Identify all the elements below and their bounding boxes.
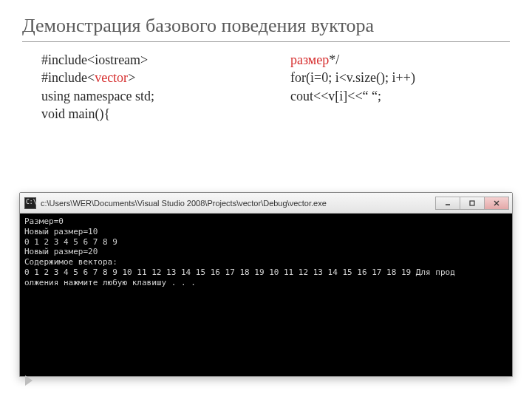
- code-line: cout<<v[i]<<“ “;: [290, 87, 510, 105]
- code-line: void main(){: [41, 105, 261, 123]
- code-line: for(i=0; i<v.size(); i++): [290, 69, 510, 86]
- code-right-column: размер*/ for(i=0; i<v.size(); i++) cout<…: [290, 51, 510, 123]
- window-title-text: c:\Users\WER\Documents\Visual Studio 200…: [41, 199, 436, 208]
- maximize-button[interactable]: [460, 197, 485, 210]
- code-line: using namespace std;: [41, 87, 261, 105]
- window-titlebar[interactable]: c:\Users\WER\Documents\Visual Studio 200…: [20, 193, 512, 214]
- code-left-column: #include<iostream> #include<vector> usin…: [41, 51, 261, 123]
- code-line: размер*/: [290, 51, 510, 69]
- app-icon: [24, 197, 36, 209]
- code-columns: #include<iostream> #include<vector> usin…: [22, 51, 510, 123]
- slide-title: Демонстрация базового поведения вуктора: [22, 15, 510, 42]
- next-slide-marker-icon: [25, 375, 33, 386]
- svg-rect-1: [470, 201, 474, 205]
- code-line: #include<iostream>: [41, 51, 261, 69]
- console-output[interactable]: Размер=0 Новый размер=10 0 1 2 3 4 5 6 7…: [20, 214, 512, 376]
- highlight-size: размер: [290, 52, 329, 67]
- highlight-vector: vector: [95, 70, 128, 85]
- code-line: #include<vector>: [41, 69, 261, 86]
- close-button[interactable]: [484, 197, 509, 210]
- minimize-button[interactable]: [435, 197, 460, 210]
- console-window: c:\Users\WER\Documents\Visual Studio 200…: [19, 192, 513, 377]
